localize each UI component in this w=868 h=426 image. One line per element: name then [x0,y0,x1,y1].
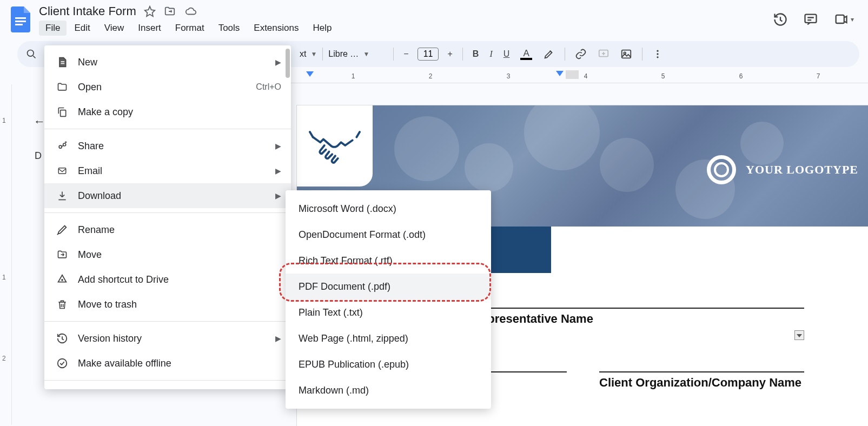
email-icon [55,166,69,176]
underline-button[interactable]: U [499,46,514,62]
svg-point-10 [657,53,659,55]
download-odt[interactable]: OpenDocument Format (.odt) [286,222,491,248]
search-icon[interactable] [22,45,41,63]
menu-tools[interactable]: Tools [212,21,247,36]
handshake-logo [297,105,373,187]
new-doc-icon [55,56,69,68]
svg-rect-3 [805,15,817,23]
menu-item-trash[interactable]: Move to trash [44,292,291,317]
menu-item-offline[interactable]: Make available offline [44,351,291,376]
submenu-arrow-icon: ▶ [275,142,281,150]
google-docs-icon[interactable] [9,4,32,35]
highlight-button[interactable] [539,45,559,63]
download-md[interactable]: Markdown (.md) [286,377,491,403]
paragraph-style-dropdown[interactable]: xt▼ [300,49,317,59]
download-pdf[interactable]: PDF Document (.pdf) [286,274,491,299]
menu-extensions[interactable]: Extensions [247,21,305,36]
menu-item-label: Rename [78,224,115,236]
menu-divider [44,321,291,322]
history-icon [55,332,69,344]
menu-item-share[interactable]: Share ▶ [44,134,291,158]
present-icon[interactable]: ▾ [833,12,854,27]
menu-shortcut: Ctrl+O [256,82,281,92]
ruler-tick: 1 [2,117,6,124]
left-panel: 1 1 2 ← D [0,84,47,425]
copy-icon [55,106,69,118]
field-label-org-name: Client Organization/Company Name [599,376,804,390]
logotype-text: YOUR LOGOTYPE [746,163,858,177]
ruler-tick: 1 [352,72,355,80]
menu-item-add-shortcut[interactable]: Add shortcut to Drive [44,267,291,292]
field-line[interactable] [599,358,804,372]
menu-item-make-copy[interactable]: Make a copy [44,99,291,124]
outline-back-icon[interactable]: ← [34,115,45,129]
menu-item-label: Download [78,190,121,202]
field-line[interactable] [481,295,804,309]
insert-image-button[interactable] [616,45,637,63]
download-txt[interactable]: Plain Text (.txt) [286,299,491,325]
ruler-indent-marker[interactable] [306,71,314,79]
menu-item-version-history[interactable]: Version history ▶ [44,326,291,351]
menu-item-label: Add shortcut to Drive [78,274,169,285]
ruler-column-marker[interactable] [566,70,579,79]
add-comment-button[interactable] [593,45,614,63]
menu-item-new[interactable]: New ▶ [44,50,291,75]
font-size-input[interactable]: 11 [418,48,439,61]
trash-icon [55,298,69,310]
more-toolbar-button[interactable] [648,45,667,63]
field-label-rep-name: epresentative Name [481,312,804,326]
svg-rect-12 [61,61,65,62]
menu-item-label: Move to trash [78,299,137,310]
ruler-tick: 7 [817,72,820,80]
menu-edit[interactable]: Edit [68,21,96,36]
download-rtf[interactable]: Rich Text Format (.rtf) [286,248,491,274]
download-epub[interactable]: EPUB Publication (.epub) [286,351,491,377]
menu-format[interactable]: Format [169,21,211,36]
outline-heading-letter[interactable]: D [35,150,42,162]
font-label: Libre … [328,49,359,59]
ruler-right-indent-marker[interactable] [556,71,564,78]
svg-rect-7 [622,50,631,58]
bold-button[interactable]: B [468,46,483,62]
download-docx[interactable]: Microsoft Word (.docx) [286,196,491,222]
menu-help[interactable]: Help [306,21,338,36]
menu-file[interactable]: File [39,21,67,36]
rename-icon [55,224,69,236]
document-title[interactable]: Client Intake Form [39,4,136,18]
menu-item-label: Share [78,141,104,152]
drive-shortcut-icon [55,274,69,285]
font-dropdown[interactable]: Libre …▼ [328,49,388,59]
insert-link-button[interactable] [571,45,591,63]
ruler-tick: 2 [2,355,6,362]
menu-item-download[interactable]: Download ▶ [44,183,291,208]
decrease-font-button[interactable]: − [399,46,413,62]
menu-item-label: Email [78,165,102,177]
menu-view[interactable]: View [98,21,131,36]
move-icon [55,249,69,260]
download-icon [55,190,69,202]
menu-item-open[interactable]: Open Ctrl+O [44,75,291,99]
menubar: File Edit View Insert Format Tools Exten… [39,21,773,36]
download-html[interactable]: Web Page (.html, zipped) [286,325,491,351]
menu-insert[interactable]: Insert [131,21,168,36]
increase-font-button[interactable]: + [443,46,456,62]
menu-item-label: Move [78,249,102,261]
svg-point-11 [657,56,659,58]
vertical-ruler[interactable]: 1 1 2 [0,84,12,425]
menu-item-rename[interactable]: Rename [44,217,291,242]
italic-button[interactable]: I [485,46,496,62]
ruler-tick: 2 [429,72,433,80]
menu-item-email[interactable]: Email ▶ [44,158,291,183]
menu-item-move[interactable]: Move [44,242,291,267]
menu-divider [44,212,291,213]
menu-item-label: New [78,57,97,68]
dropdown-icon[interactable] [794,330,804,340]
svg-rect-2 [15,24,23,25]
cloud-status-icon[interactable] [184,5,198,17]
move-folder-icon[interactable] [163,5,176,17]
star-icon[interactable] [144,5,156,17]
history-icon[interactable] [773,12,788,27]
comments-icon[interactable] [803,12,818,27]
menu-divider [44,129,291,129]
text-color-button[interactable]: A [516,45,536,63]
